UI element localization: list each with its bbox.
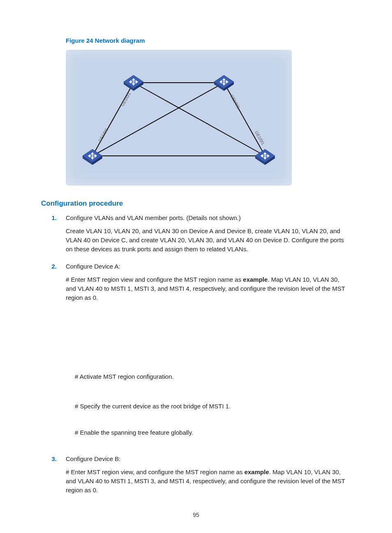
step-number: 3. — [41, 454, 66, 463]
step-2-extra-3: # Enable the spanning tree feature globa… — [75, 428, 351, 437]
step-body: Configure Device A: # Enter MST region v… — [66, 262, 351, 306]
step-number: 2. — [41, 262, 66, 271]
step-body: Configure VLANs and VLAN member ports. (… — [66, 213, 351, 258]
port-label-top-right: GE1/0/1 — [229, 94, 241, 110]
step-2-extra-2: # Specify the current device as the root… — [75, 402, 351, 411]
network-diagram: GE1/0/1 GE1/0/1 GE1/0/1 GE1/0/1 — [66, 50, 292, 185]
figure-caption: Figure 24 Network diagram — [66, 37, 351, 44]
svg-line-5 — [92, 83, 224, 156]
diagram-svg: GE1/0/1 GE1/0/1 GE1/0/1 GE1/0/1 — [66, 50, 292, 185]
svg-line-4 — [134, 83, 265, 156]
port-label-bottom-right: GE1/0/1 — [254, 130, 265, 146]
steps-list: 1. Configure VLANs and VLAN member ports… — [41, 213, 351, 306]
port-label-bottom-left: GE1/0/1 — [97, 127, 109, 143]
port-label-top-left: GE1/0/1 — [120, 91, 131, 107]
steps-list-continued: 3. Configure Device B: # Enter MST regio… — [41, 454, 351, 499]
switch-icon — [124, 75, 143, 91]
step-3: 3. Configure Device B: # Enter MST regio… — [41, 454, 351, 499]
step-2: 2. Configure Device A: # Enter MST regio… — [41, 262, 351, 306]
step-title: Configure Device A: — [66, 262, 351, 271]
step-body: Configure Device B: # Enter MST region v… — [66, 454, 351, 499]
switch-icon — [214, 75, 234, 91]
step-paragraph: Create VLAN 10, VLAN 20, and VLAN 30 on … — [66, 227, 351, 254]
page-number: 95 — [0, 512, 392, 518]
step-paragraph: # Enter MST region view, and configure t… — [66, 468, 351, 495]
section-heading-configuration: Configuration procedure — [41, 199, 351, 208]
page: Figure 24 Network diagram GE1/0/1 GE1/0/… — [0, 0, 392, 533]
step-1: 1. Configure VLANs and VLAN member ports… — [41, 213, 351, 258]
step-2-extra-1: # Activate MST region configuration. — [75, 372, 351, 381]
step-paragraph: # Enter MST region view and configure th… — [66, 275, 351, 302]
step-title: Configure Device B: — [66, 454, 351, 463]
step-number: 1. — [41, 213, 66, 222]
step-title: Configure VLANs and VLAN member ports. (… — [66, 213, 351, 222]
